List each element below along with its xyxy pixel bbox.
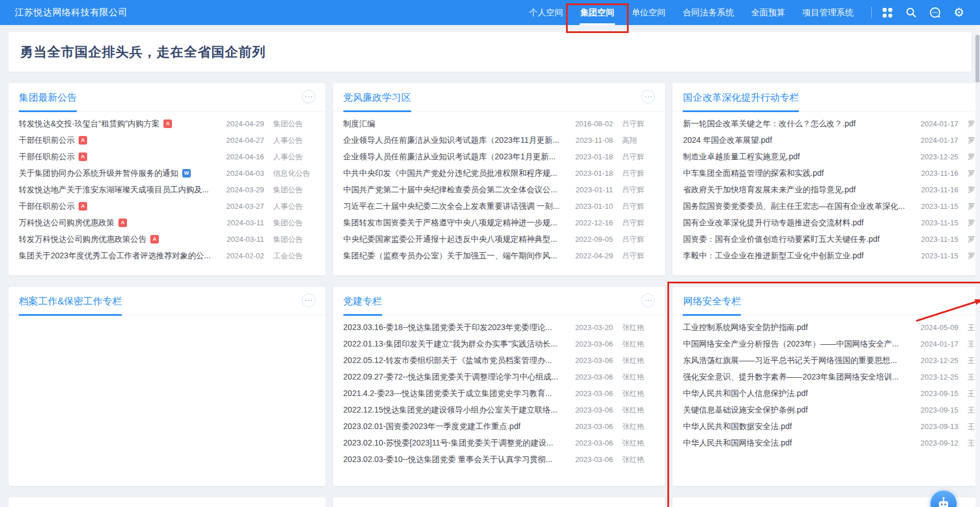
document-link[interactable]: 中国网络安全产业分析报告（2023年）——中国网络安全产... bbox=[683, 339, 899, 349]
list-item[interactable]: 集团转发市国资委关于严格遵守中央八项规定精神进一步规...2022-12-16吕… bbox=[343, 215, 655, 231]
search-icon[interactable] bbox=[905, 6, 917, 19]
list-item[interactable]: 国有企业改革深化提升行动专题推进会交流材料.pdf2023-11-15罗凡 bbox=[683, 215, 980, 231]
list-item[interactable]: 2023.02.03-委10--悦达集团党委 董事会关于认真学习贯彻...202… bbox=[343, 451, 655, 468]
list-item[interactable]: 2024 年国企改革展望.pdf2024-01-17罗凡 bbox=[683, 132, 980, 149]
document-link[interactable]: 中华人民共和国网络安全法.pdf bbox=[683, 438, 792, 448]
nav-item-2[interactable]: 单位空间 bbox=[623, 0, 674, 25]
list-item[interactable]: 万科悦达公司购房优惠政策A2024-03-11集团公告 bbox=[19, 215, 315, 231]
more-button[interactable]: ⋯ bbox=[641, 294, 655, 307]
document-link[interactable]: 中车集团全面精益管理的探索和实践.pdf bbox=[683, 168, 823, 179]
list-item[interactable]: 企业领导人员任前廉洁从业知识考试题库（2023年1月更新...2023-01-1… bbox=[343, 149, 655, 165]
document-link[interactable]: 国资委：国有企业价值创造行动要紧盯五大关键任务.pdf bbox=[683, 234, 879, 245]
document-link[interactable]: 转发万科悦达公司购房优惠政策公告 bbox=[19, 234, 146, 245]
list-item[interactable]: 转发万科悦达公司购房优惠政策公告A2024-03-11集团公告 bbox=[19, 231, 315, 248]
list-item[interactable]: 2022.01.13-集团印发关于建立“我为群众办实事”实践活动长...2023… bbox=[343, 336, 655, 352]
list-item[interactable]: 关键信息基础设施安全保护条例.pdf2023-09-15王洋洲 bbox=[683, 402, 980, 418]
list-item[interactable]: 东风浩荡红旗展——习近平总书记关于网络强国的重要思想...2023-12-25王… bbox=[683, 352, 980, 369]
nav-item-1[interactable]: 集团空间 bbox=[572, 0, 623, 25]
document-link[interactable]: 国有企业改革深化提升行动专题推进会交流材料.pdf bbox=[683, 218, 863, 228]
list-item[interactable]: 习近平在二十届中央纪委二次全会上发表重要讲话强调 一刻...2023-01-10… bbox=[343, 198, 655, 215]
document-link[interactable]: 2023.02.03-委10--悦达集团党委 董事会关于认真学习贯彻... bbox=[343, 455, 552, 465]
list-item[interactable]: 中国网络安全产业分析报告（2023年）——中国网络安全产...2024-01-1… bbox=[683, 336, 980, 352]
nav-item-5[interactable]: 项目管理系统 bbox=[794, 0, 862, 25]
list-item[interactable]: 强化安全意识、提升数字素养——2023年集团网络安全培训...2023-12-2… bbox=[683, 369, 980, 385]
list-item[interactable]: 国资委：国有企业价值创造行动要紧盯五大关键任务.pdf2023-11-15罗凡 bbox=[683, 231, 980, 248]
list-item[interactable]: 中央纪委国家监委公开通报十起违反中央八项规定精神典型...2022-09-05吕… bbox=[343, 231, 655, 248]
nav-item-3[interactable]: 合同法务系统 bbox=[674, 0, 743, 25]
document-link[interactable]: 中国共产党第二十届中央纪律检查委员会第二次全体会议公... bbox=[343, 185, 557, 195]
document-link[interactable]: 2023.02.10-苏悦委[2023]11号-集团党委关于调整党的建设... bbox=[343, 438, 553, 448]
document-link[interactable]: 制度汇编 bbox=[343, 119, 375, 129]
more-button[interactable]: ⋯ bbox=[641, 90, 655, 104]
document-link[interactable]: 省政府关于加快培育发展未来产业的指导意见.pdf bbox=[683, 185, 855, 195]
list-item[interactable]: 2022.12.15悦达集团党的建设领导小组办公室关于建立联络...2023-0… bbox=[343, 402, 655, 418]
list-item[interactable]: 干部任职前公示A2024-04-27人事公告 bbox=[19, 132, 315, 149]
list-item[interactable]: 李毅中：工业企业在推进新型工业化中创新立业.pdf2023-11-15罗凡 bbox=[683, 248, 980, 264]
list-item[interactable]: 2022.09.27-委72--悦达集团党委关于调整理论学习中心组成...202… bbox=[343, 369, 655, 385]
document-link[interactable]: 干部任职前公示 bbox=[19, 152, 75, 162]
list-item[interactable]: 中华人民共和国数据安全法.pdf2023-09-13王洋洲 bbox=[683, 418, 980, 435]
document-link[interactable]: 集团关于2023年度优秀工会工作者评选推荐对象的公... bbox=[19, 251, 211, 261]
document-link[interactable]: 2024 年国企改革展望.pdf bbox=[683, 135, 772, 146]
nav-item-4[interactable]: 全面预算 bbox=[743, 0, 794, 25]
list-item[interactable]: 2021.4.2-委23---悦达集团党委关于成立集团党史学习教育...2023… bbox=[343, 385, 655, 402]
nav-item-0[interactable]: 个人空间 bbox=[520, 0, 572, 25]
document-link[interactable]: 2023.03.16-委18--悦达集团党委关于印发2023年党委理论... bbox=[343, 323, 552, 333]
document-link[interactable]: 2022.09.27-委72--悦达集团党委关于调整理论学习中心组成... bbox=[343, 372, 558, 382]
list-item[interactable]: 新一轮国企改革关键之年：改什么？怎么改？.pdf2024-01-17罗凡 bbox=[683, 116, 980, 132]
document-link[interactable]: 转发悦达地产关于淮安东湖璀璨天成项目员工内购及... bbox=[19, 185, 209, 195]
document-link[interactable]: 集团纪委（监察专员办公室）关于加强五一、端午期间作风... bbox=[343, 251, 557, 261]
list-item[interactable]: 集团纪委（监察专员办公室）关于加强五一、端午期间作风...2022-04-29吕… bbox=[343, 248, 655, 264]
list-item[interactable]: 2023.02.01-国资委2023年一季度党建工作重点.pdf2023-03-… bbox=[343, 418, 655, 435]
document-link[interactable]: 中央纪委国家监委公开通报十起违反中央八项规定精神典型... bbox=[343, 234, 557, 245]
scrollbar-track[interactable] bbox=[975, 25, 980, 507]
settings-icon[interactable]: ⚙ bbox=[953, 6, 965, 19]
document-link[interactable]: 2022.05.12-转发市委组织部关于《盐城市党员档案管理办... bbox=[343, 356, 552, 366]
list-item[interactable]: 企业领导人员任前廉洁从业知识考试题库（2023年11月更新...2023-11-… bbox=[343, 132, 655, 149]
list-item[interactable]: 工业控制系统网络安全防护指南.pdf2024-05-09王洋洲 bbox=[683, 319, 980, 336]
document-link[interactable]: 中共中央印发《中国共产党处分违纪党员批准权限和程序规... bbox=[343, 168, 557, 179]
list-item[interactable]: 2023.03.16-委18--悦达集团党委关于印发2023年党委理论...20… bbox=[343, 319, 655, 336]
list-item[interactable]: 干部任职前公示A2024-03-27人事公告 bbox=[19, 198, 315, 215]
list-item[interactable]: 关于集团协同办公系统升级并暂停服务的通知W2024-04-03信息化公告 bbox=[19, 165, 315, 182]
document-link[interactable]: 习近平在二十届中央纪委二次全会上发表重要讲话强调 一刻... bbox=[343, 201, 560, 212]
document-link[interactable]: 企业领导人员任前廉洁从业知识考试题库（2023年11月更新... bbox=[343, 135, 559, 146]
scrollbar-thumb[interactable] bbox=[975, 35, 979, 83]
document-link[interactable]: 关于集团协同办公系统升级并暂停服务的通知 bbox=[19, 168, 178, 179]
list-item[interactable]: 转发悦达&交投·玖玺台“租赁购”内购方案A2024-04-29集团公告 bbox=[19, 116, 315, 132]
document-link[interactable]: 2022.01.13-集团印发关于建立“我为群众办实事”实践活动长... bbox=[343, 339, 557, 349]
more-button[interactable]: ⋯ bbox=[302, 294, 315, 307]
document-link[interactable]: 2021.4.2-委23---悦达集团党委关于成立集团党史学习教育... bbox=[343, 389, 552, 399]
document-link[interactable]: 集团转发市国资委关于严格遵守中央八项规定精神进一步规... bbox=[343, 218, 557, 228]
list-item[interactable]: 中车集团全面精益管理的探索和实践.pdf2023-11-16罗凡 bbox=[683, 165, 980, 182]
document-link[interactable]: 干部任职前公示 bbox=[19, 135, 75, 146]
document-link[interactable]: 2022.12.15悦达集团党的建设领导小组办公室关于建立联络... bbox=[343, 405, 557, 415]
document-link[interactable]: 中华人民共和国数据安全法.pdf bbox=[683, 422, 792, 432]
document-link[interactable]: 2023.02.01-国资委2023年一季度党建工作重点.pdf bbox=[343, 422, 520, 432]
list-item[interactable]: 2022.05.12-转发市委组织部关于《盐城市党员档案管理办...2023-0… bbox=[343, 352, 655, 369]
list-item[interactable]: 转发悦达地产关于淮安东湖璀璨天成项目员工内购及...2024-03-29集团公告 bbox=[19, 182, 315, 198]
list-item[interactable]: 集团关于2023年度优秀工会工作者评选推荐对象的公...2024-02-02工会… bbox=[19, 248, 315, 264]
document-link[interactable]: 中华人民共和国个人信息保护法.pdf bbox=[683, 389, 807, 399]
document-link[interactable]: 企业领导人员任前廉洁从业知识考试题库（2023年1月更新... bbox=[343, 152, 556, 162]
list-item[interactable]: 2023.02.10-苏悦委[2023]11号-集团党委关于调整党的建设...2… bbox=[343, 435, 655, 451]
document-link[interactable]: 国务院国资委党委委员、副主任王宏志—在国有企业改革深化... bbox=[683, 201, 905, 212]
list-item[interactable]: 中华人民共和国网络安全法.pdf2023-09-12王洋洲 bbox=[683, 435, 980, 451]
document-link[interactable]: 关键信息基础设施安全保护条例.pdf bbox=[683, 405, 807, 415]
document-link[interactable]: 制造业卓越质量工程实施意见.pdf bbox=[683, 152, 799, 162]
list-item[interactable]: 省政府关于加快培育发展未来产业的指导意见.pdf2023-11-16罗凡 bbox=[683, 182, 980, 198]
list-item[interactable]: 中国共产党第二十届中央纪律检查委员会第二次全体会议公...2023-01-11吕… bbox=[343, 182, 655, 198]
list-item[interactable]: 制造业卓越质量工程实施意见.pdf2023-12-25罗凡 bbox=[683, 149, 980, 165]
list-item[interactable]: 国务院国资委党委委员、副主任王宏志—在国有企业改革深化...2023-11-15… bbox=[683, 198, 980, 215]
document-link[interactable]: 干部任职前公示 bbox=[19, 201, 75, 212]
more-button[interactable]: ⋯ bbox=[302, 90, 315, 104]
apps-grid-icon[interactable] bbox=[881, 6, 893, 19]
document-link[interactable]: 强化安全意识、提升数字素养——2023年集团网络安全培训... bbox=[683, 372, 899, 382]
document-link[interactable]: 转发悦达&交投·玖玺台“租赁购”内购方案 bbox=[19, 119, 159, 129]
document-link[interactable]: 李毅中：工业企业在推进新型工业化中创新立业.pdf bbox=[683, 251, 863, 261]
document-link[interactable]: 万科悦达公司购房优惠政策 bbox=[19, 218, 114, 228]
list-item[interactable]: 中共中央印发《中国共产党处分违纪党员批准权限和程序规...2023-01-18吕… bbox=[343, 165, 655, 182]
document-link[interactable]: 东风浩荡红旗展——习近平总书记关于网络强国的重要思想... bbox=[683, 356, 897, 366]
list-item[interactable]: 制度汇编2016-08-02吕守辉 bbox=[343, 116, 655, 132]
document-link[interactable]: 工业控制系统网络安全防护指南.pdf bbox=[683, 323, 807, 333]
